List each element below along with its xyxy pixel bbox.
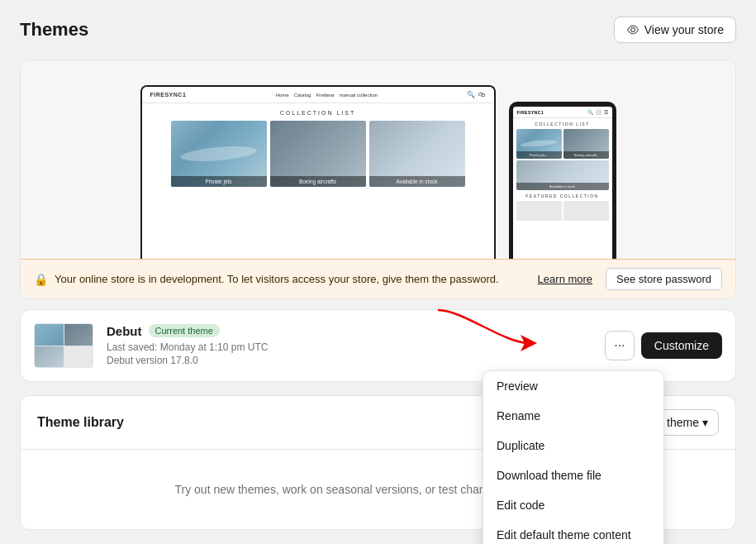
more-options-button[interactable]: ··· [605, 331, 635, 360]
desktop-mockup: FIRESYNC1 Home Catalog Firebear manual c… [140, 85, 496, 259]
collection-item-jets: Private jets [171, 121, 267, 187]
theme-info: Debut Current theme Last saved: Monday a… [107, 324, 592, 368]
mobile-featured-1 [516, 201, 562, 221]
mobile-menu-icon: ☰ [604, 109, 608, 115]
password-banner-text: Your online store is in development. To … [55, 273, 531, 285]
page-header: Themes View your store [20, 17, 736, 43]
desktop-content: COLLECTION LIST Private jets Boeing airc… [142, 103, 494, 193]
theme-thumbnail [34, 323, 93, 368]
mobile-search-icon: 🔍 [587, 109, 593, 115]
theme-actions: ··· Customize Preview Rename Duplicate D… [605, 331, 722, 360]
dropdown-item-rename[interactable]: Rename [483, 401, 663, 431]
mobile-collection-title: COLLECTION LIST [516, 122, 609, 126]
mobile-item-stock: Available in stock [516, 160, 609, 190]
theme-last-saved: Last saved: Monday at 1:10 pm UTC [107, 341, 592, 353]
mobile-bar: FIRESYNC1 🔍 ⬜ ☰ [513, 107, 612, 118]
mobile-featured-row [516, 201, 609, 221]
view-store-label: View your store [644, 23, 724, 36]
dropdown-item-preview[interactable]: Preview [483, 371, 663, 401]
mobile-label-jets: Private jets... [516, 151, 562, 159]
theme-name: Debut [107, 324, 142, 338]
learn-more-link[interactable]: Learn more [538, 273, 592, 285]
theme-name-row: Debut Current theme [107, 324, 592, 338]
chevron-down-icon: ▾ [702, 416, 708, 429]
mobile-label-boeing: Boeing aircrafts [563, 151, 609, 159]
mobile-grid: Private jets... Boeing aircrafts Availab… [516, 129, 609, 190]
mobile-logo: FIRESYNC1 [517, 110, 544, 115]
nav-item-home: Home [276, 93, 289, 98]
collection-item-boeing: Boeing aircrafts [270, 121, 366, 187]
thumb-cell-2 [64, 324, 93, 346]
desktop-collection-grid: Private jets Boeing aircrafts Available … [149, 121, 487, 187]
thumb-cell-4 [64, 346, 93, 368]
mobile-mockup: FIRESYNC1 🔍 ⬜ ☰ COLLECTION LIST Private … [509, 102, 616, 259]
mobile-content: COLLECTION LIST Private jets... Boeing a… [513, 118, 612, 224]
nav-item-firebear: Firebear [316, 93, 334, 98]
mobile-item-jets: Private jets... [516, 129, 562, 159]
collection-label-stock: Available in stock [369, 176, 465, 187]
desktop-bar: FIRESYNC1 Home Catalog Firebear manual c… [142, 87, 494, 103]
lock-icon: 🔒 [34, 273, 48, 286]
dropdown-item-duplicate[interactable]: Duplicate [483, 431, 663, 460]
customize-button[interactable]: Customize [641, 332, 722, 359]
theme-version: Debut version 17.8.0 [107, 355, 592, 366]
mobile-label-stock: Available in stock [516, 183, 609, 190]
preview-card: FIRESYNC1 Home Catalog Firebear manual c… [20, 60, 736, 299]
current-theme-card: Debut Current theme Last saved: Monday a… [20, 309, 736, 382]
desktop-logo: FIRESYNC1 [150, 92, 187, 98]
dropdown-item-edit-code[interactable]: Edit code [483, 490, 663, 520]
nav-item-catalog: Catalog [294, 93, 311, 98]
cart-icon: 🛍 [478, 91, 485, 98]
nav-item-manual: manual collection [340, 93, 378, 98]
eye-icon [626, 23, 640, 36]
preview-screenshots: FIRESYNC1 Home Catalog Firebear manual c… [21, 60, 735, 259]
page-container: Themes View your store FIRESYNC1 Home Ca… [0, 0, 756, 544]
dropdown-item-edit-default[interactable]: Edit default theme content [483, 520, 663, 544]
dropdown-menu: Preview Rename Duplicate Download theme … [483, 370, 664, 544]
desktop-bar-icons: 🔍 🛍 [467, 91, 485, 98]
mobile-inner: FIRESYNC1 🔍 ⬜ ☰ COLLECTION LIST Private … [513, 107, 612, 259]
page-title: Themes [20, 19, 88, 41]
view-store-button[interactable]: View your store [614, 17, 736, 43]
mobile-bar-icons: 🔍 ⬜ ☰ [587, 109, 608, 115]
current-theme-badge: Current theme [149, 324, 220, 337]
collection-item-stock: Available in stock [369, 121, 465, 187]
theme-library-title: Theme library [37, 415, 124, 430]
dropdown-item-download[interactable]: Download theme file [483, 460, 663, 490]
svg-point-0 [630, 28, 635, 32]
see-store-password-button[interactable]: See store password [606, 268, 722, 290]
collection-label-jets: Private jets [171, 176, 267, 187]
password-banner: 🔒 Your online store is in development. T… [21, 259, 735, 298]
desktop-collection-title: COLLECTION LIST [149, 110, 487, 116]
mobile-featured-title: FEATURED COLLECTION [516, 193, 609, 198]
desktop-nav: Home Catalog Firebear manual collection [276, 93, 378, 98]
mobile-item-boeing: Boeing aircrafts [563, 129, 609, 159]
thumb-cell-3 [35, 346, 64, 368]
mobile-share-icon: ⬜ [596, 109, 601, 115]
search-icon: 🔍 [467, 91, 475, 98]
mobile-featured-2 [563, 201, 609, 221]
collection-label-boeing: Boeing aircrafts [270, 176, 366, 187]
thumb-cell-1 [35, 324, 64, 346]
